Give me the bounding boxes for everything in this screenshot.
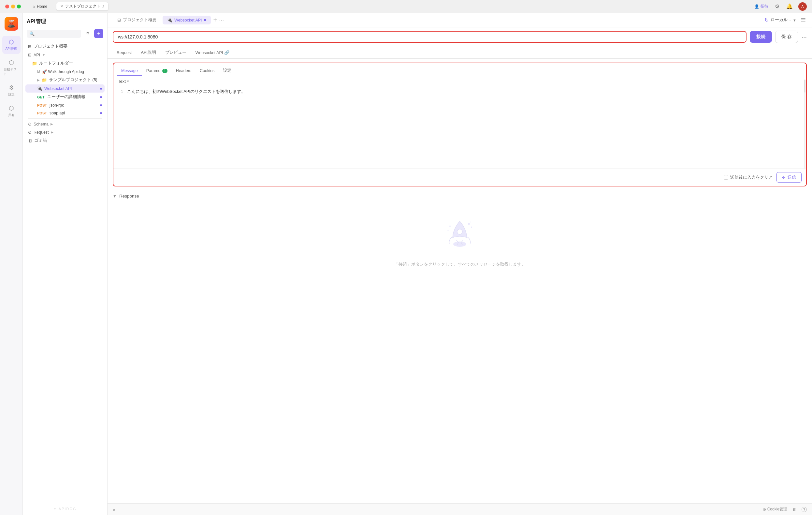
url-input[interactable]: ws://127.0.0.1:8080 bbox=[113, 32, 746, 42]
text-type-dropdown[interactable]: ▾ bbox=[127, 79, 129, 83]
msg-tab-cookies[interactable]: Cookies bbox=[196, 66, 218, 76]
sub-tab-preview[interactable]: プレビュー bbox=[161, 48, 190, 58]
sub-tab-api-desc[interactable]: API説明 bbox=[137, 48, 160, 58]
maximize-button[interactable] bbox=[17, 5, 21, 8]
tree-item-schema[interactable]: ⊙ Schema ▶ bbox=[25, 120, 105, 128]
save-button[interactable]: 保 存 bbox=[775, 31, 798, 43]
settings-icon[interactable]: ⚙ bbox=[774, 3, 781, 10]
link-icon: 🔗 bbox=[224, 50, 229, 55]
overview-tab-label: プロジェクト概要 bbox=[123, 17, 157, 23]
traffic-lights bbox=[5, 5, 21, 8]
sidebar-item-api[interactable]: ⬡ API管理 bbox=[2, 36, 21, 54]
msg-tab-message-label: Message bbox=[121, 68, 138, 73]
tree-item-root-folder[interactable]: 📁 ルートフォルダー bbox=[25, 59, 105, 68]
menu-icon[interactable]: ☰ bbox=[800, 17, 807, 24]
sub-tab-request-label: Request bbox=[117, 51, 132, 55]
cookie-icon: ⊙ bbox=[763, 507, 766, 512]
watermark: ✦ APIDOG bbox=[23, 503, 107, 515]
tree-item-websocket-api[interactable]: 🔌 Websocket API bbox=[25, 84, 105, 92]
home-icon: ⌂ bbox=[33, 4, 35, 9]
search-box[interactable]: 🔍 bbox=[27, 30, 81, 38]
add-button[interactable]: + bbox=[94, 29, 103, 38]
trash-bottom-button[interactable]: 🗑 bbox=[792, 507, 796, 512]
share-icon[interactable]: ⤴ bbox=[102, 5, 104, 8]
main-scrollable-body[interactable]: Message Params 1 Headers Cookies 設定 bbox=[108, 59, 812, 503]
bell-icon[interactable]: 🔔 bbox=[786, 3, 793, 10]
msg-tab-headers[interactable]: Headers bbox=[172, 66, 195, 76]
json-rpc-dot bbox=[100, 104, 102, 106]
scrollbar-thumb[interactable] bbox=[804, 80, 806, 92]
divider-1 bbox=[28, 118, 102, 119]
collapse-button[interactable]: « bbox=[113, 507, 115, 512]
response-label: Response bbox=[119, 194, 139, 199]
top-tab-websocket-api[interactable]: 🔌 Websocket API bbox=[163, 16, 211, 24]
main-content: ⊞ プロジェクト概要 🔌 Websocket API + ··· ↻ ローカル.… bbox=[108, 13, 812, 515]
code-editor[interactable]: 1 こんにちは、初のWebSocket APIのリクエストを送信します。 bbox=[113, 86, 806, 169]
app-sidebar: 🌋 ⬡ API管理 ⬡ 自動テスト ⚙ 設定 ⬡ 共有 bbox=[0, 13, 23, 515]
invite-button[interactable]: 👤 招待 bbox=[754, 4, 768, 9]
ws-tab-label: Websocket API bbox=[174, 18, 202, 23]
local-env-selector[interactable]: ↻ ローカル... ▼ bbox=[764, 17, 796, 23]
ws-tab-dot bbox=[204, 19, 206, 21]
tree-item-walkthrough[interactable]: M 🚀 Walk through Apidog bbox=[25, 68, 105, 76]
send-button[interactable]: ✈ 送信 bbox=[777, 172, 802, 182]
tree-item-project-overview[interactable]: ⊞ プロジェクト概要 bbox=[25, 42, 105, 51]
top-tab-project-overview[interactable]: ⊞ プロジェクト概要 bbox=[113, 15, 161, 25]
more-tabs-button[interactable]: ··· bbox=[219, 17, 224, 24]
search-input[interactable] bbox=[36, 31, 79, 36]
user-detail-dot bbox=[100, 96, 102, 98]
svg-point-1 bbox=[457, 229, 462, 234]
tree-item-soap-api[interactable]: POST soap api bbox=[25, 109, 105, 117]
sidebar-item-label-autotest: 自動テスト bbox=[4, 67, 19, 76]
schema-expand-icon: ▶ bbox=[51, 122, 53, 126]
chevron-down-icon: ▼ bbox=[793, 18, 796, 22]
tree-item-user-detail[interactable]: GET ユーザーの詳細情報 bbox=[25, 92, 105, 102]
url-more-button[interactable]: ··· bbox=[801, 33, 807, 41]
sync-icon: ↻ bbox=[764, 17, 768, 23]
msg-tab-settings[interactable]: 設定 bbox=[219, 66, 235, 76]
tab-close-icon[interactable]: ✕ bbox=[60, 4, 63, 8]
scrollbar-track[interactable] bbox=[804, 80, 806, 170]
help-button[interactable]: ? bbox=[802, 507, 807, 512]
filter-button[interactable]: ⚗ bbox=[83, 29, 92, 38]
response-section: ▼ Response bbox=[108, 190, 812, 280]
tree-item-trash[interactable]: 🗑 ゴミ箱 bbox=[25, 136, 105, 145]
tree-item-json-rpc[interactable]: POST json-rpc bbox=[25, 102, 105, 109]
close-button[interactable] bbox=[5, 5, 9, 8]
settings-nav-icon: ⚙ bbox=[9, 84, 14, 91]
checkbox-input[interactable] bbox=[724, 175, 728, 180]
sub-tab-websocket[interactable]: Websocket API 🔗 bbox=[192, 48, 233, 58]
websocket-icon: 🔌 bbox=[37, 86, 42, 91]
connect-button[interactable]: 接続 bbox=[750, 31, 772, 43]
logo-emoji: 🌋 bbox=[7, 20, 16, 28]
add-tab-button[interactable]: + bbox=[213, 16, 218, 24]
code-line-1: 1 こんにちは、初のWebSocket APIのリクエストを送信します。 bbox=[113, 88, 806, 96]
titlebar-right: 👤 招待 ⚙ 🔔 A bbox=[754, 2, 807, 11]
app-body: 🌋 ⬡ API管理 ⬡ 自動テスト ⚙ 設定 ⬡ 共有 API管理 🔍 ⚗ + bbox=[0, 13, 812, 515]
send-icon: ✈ bbox=[782, 175, 786, 180]
svg-point-3 bbox=[471, 227, 472, 228]
titlebar: ⌂ Home ✕ テストプロジェクト ⤴ 👤 招待 ⚙ 🔔 A bbox=[0, 0, 812, 13]
schema-icon: ⊙ bbox=[28, 121, 32, 126]
sidebar-item-shared[interactable]: ⬡ 共有 bbox=[2, 102, 21, 120]
sub-tab-websocket-label: Websocket API bbox=[196, 51, 223, 55]
home-tab[interactable]: ⌂ Home bbox=[29, 3, 51, 10]
sub-tab-request[interactable]: Request bbox=[113, 48, 136, 58]
avatar[interactable]: A bbox=[798, 2, 807, 11]
clear-after-send-checkbox[interactable]: 送信後に入力をクリア bbox=[724, 175, 773, 180]
bottom-bar: « ⊙ Cookie管理 🗑 ? bbox=[108, 503, 812, 515]
sidebar-item-autotest[interactable]: ⬡ 自動テスト bbox=[2, 56, 21, 79]
svg-point-5 bbox=[450, 226, 451, 227]
schema-label: Schema bbox=[34, 122, 49, 126]
tree-item-request[interactable]: ⊙ Request ▶ bbox=[25, 128, 105, 136]
tree-item-api-section[interactable]: ⊞ API ▼ bbox=[25, 51, 105, 59]
sidebar-item-settings[interactable]: ⚙ 設定 bbox=[2, 82, 21, 99]
response-header[interactable]: ▼ Response bbox=[113, 190, 807, 202]
url-bar-area: ws://127.0.0.1:8080 接続 保 存 ··· bbox=[108, 27, 812, 46]
tree-item-sample-project[interactable]: ▶ 📁 サンプルプロジェクト (5) bbox=[25, 76, 105, 84]
project-tab[interactable]: ✕ テストプロジェクト ⤴ bbox=[56, 2, 108, 10]
minimize-button[interactable] bbox=[11, 5, 15, 8]
msg-tab-params[interactable]: Params 1 bbox=[142, 66, 171, 76]
cookie-management-button[interactable]: ⊙ Cookie管理 bbox=[763, 507, 787, 512]
msg-tab-message[interactable]: Message bbox=[117, 66, 142, 76]
